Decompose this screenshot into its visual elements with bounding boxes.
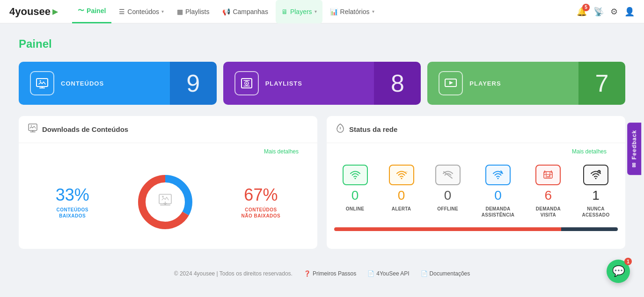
chat-button[interactable]: 💬 1 xyxy=(607,260,630,283)
downloads-panel: Downloads de Conteúdos Mais detalhes 33%… xyxy=(19,116,317,249)
nav-label-conteudos: Conteúdos xyxy=(127,8,159,15)
svg-rect-0 xyxy=(37,79,48,87)
demanda-assist-label: DEMANDAASSISTÊNCIA xyxy=(482,206,515,218)
downloads-mais-detalhes[interactable]: Mais detalhes xyxy=(255,145,308,155)
conteudos-card-value: 9 xyxy=(170,62,217,105)
stat-card-playlists[interactable]: PLAYLISTS 8 xyxy=(223,62,421,105)
nav-item-relatorios[interactable]: 📊 Relatórios ▾ xyxy=(324,0,380,23)
not-downloaded-stat: 67% CONTEÚDOSNÃO BAIXADOS xyxy=(242,185,281,219)
playlists-card-label: PLAYLISTS xyxy=(265,80,302,87)
demanda-assist-icon-box xyxy=(485,165,511,185)
nunca-label: NUNCAACESSADO xyxy=(582,206,609,218)
nav-item-painel[interactable]: 〜 Painel xyxy=(72,0,111,23)
downloads-body: 33% CONTEÚDOSBAIXADOS xyxy=(19,155,317,249)
stat-card-players[interactable]: PLAYERS 7 xyxy=(427,62,625,105)
footer-primeiros-passos-label: Primeiros Passos xyxy=(313,270,356,277)
svg-point-15 xyxy=(401,178,402,179)
nav-icon-painel: 〜 xyxy=(78,7,84,15)
offline-count: 0 xyxy=(444,188,452,203)
footer-link-api[interactable]: 📄 4YouSee API xyxy=(367,270,409,277)
nav-icon-relatorios: 📊 xyxy=(330,8,338,15)
chat-icon: 💬 xyxy=(612,265,625,277)
svg-point-13 xyxy=(162,196,164,198)
nav-icon-players: 🖥 xyxy=(281,8,288,15)
settings-icon[interactable]: ⚙ xyxy=(610,7,618,17)
online-icon-box xyxy=(343,165,368,185)
conteudos-card-label: CONTEÚDOS xyxy=(61,80,104,87)
footer-api-label: 4YouSee API xyxy=(376,270,409,277)
nav-item-players[interactable]: 🖥 Players ▾ xyxy=(276,0,322,23)
status-item-online: 0 ONLINE xyxy=(343,165,368,218)
downloads-mais-detalhes-container: Mais detalhes xyxy=(19,143,317,155)
notification-button[interactable]: 🔔 5 xyxy=(577,7,587,17)
header-right: 🔔 5 📡 ⚙ 👤 xyxy=(577,7,635,17)
svg-point-25 xyxy=(595,178,596,179)
alerta-label: ALERTA xyxy=(392,206,411,212)
nav-label-campanhas: Campanhas xyxy=(233,8,268,15)
api-icon: 📄 xyxy=(367,270,374,277)
footer-documentacoes-label: Documentações xyxy=(430,270,470,277)
chevron-down-icon-conteudos: ▾ xyxy=(161,9,164,14)
logo-text: 4yousee xyxy=(9,6,51,18)
downloads-panel-title: Downloads de Conteúdos xyxy=(42,125,128,133)
nunca-icon-box: ? xyxy=(583,165,608,185)
demanda-assist-count: 0 xyxy=(494,188,502,203)
status-panel: Status da rede Mais detalhes xyxy=(327,116,625,249)
user-icon[interactable]: 👤 xyxy=(624,7,635,17)
players-card-value: 7 xyxy=(578,62,625,105)
footer-link-primeiros-passos[interactable]: ❓ Primeiros Passos xyxy=(304,270,356,277)
offline-icon-box xyxy=(435,165,461,185)
not-downloaded-label: CONTEÚDOSNÃO BAIXADOS xyxy=(242,207,281,219)
downloads-panel-icon xyxy=(28,123,37,135)
svg-point-1 xyxy=(40,80,41,82)
playlists-card-icon xyxy=(234,71,259,95)
playlists-card-value: 8 xyxy=(374,62,421,105)
status-panel-header: Status da rede xyxy=(327,116,625,143)
status-item-alerta: ··· 0 ALERTA xyxy=(389,165,414,218)
svg-rect-7 xyxy=(29,124,37,130)
feedback-envelope-icon: ✉ xyxy=(631,162,637,167)
alerta-icon-box: ··· xyxy=(389,165,414,185)
demanda-visita-icon-box xyxy=(535,165,561,185)
nav-label-players: Players xyxy=(290,8,312,15)
rss-icon[interactable]: 📡 xyxy=(593,7,604,17)
nav-icon-campanhas: 📢 xyxy=(222,8,230,15)
status-item-demanda-visita: 6 DEMANDAVISITA xyxy=(535,165,561,218)
nav-label-relatorios: Relatórios xyxy=(340,8,370,15)
status-panel-icon xyxy=(336,123,344,135)
nav-item-conteudos[interactable]: ☰ Conteúdos ▾ xyxy=(113,0,169,23)
online-count: 0 xyxy=(351,188,359,203)
status-bar-container xyxy=(327,223,625,239)
page-title: Painel xyxy=(19,37,625,51)
online-label: ONLINE xyxy=(346,206,365,212)
status-grid: 0 ONLINE ··· 0 ALERTA xyxy=(327,155,625,223)
status-item-nunca: ? 1 NUNCAACESSADO xyxy=(582,165,609,218)
logo[interactable]: 4yousee ▶ xyxy=(9,6,58,18)
feedback-button[interactable]: ✉ Feedback xyxy=(627,122,641,174)
donut-center-icon xyxy=(158,194,172,211)
header: 4yousee ▶ 〜 Painel ☰ Conteúdos ▾ ▦ Playl… xyxy=(0,0,644,23)
stat-card-conteudos[interactable]: CONTEÚDOS 9 xyxy=(19,62,217,105)
svg-text:?: ? xyxy=(598,171,600,174)
status-item-offline: 0 OFFLINE xyxy=(435,165,461,218)
alerta-count: 0 xyxy=(398,188,405,203)
svg-point-8 xyxy=(31,125,32,126)
main-nav: 〜 Painel ☰ Conteúdos ▾ ▦ Playlists 📢 Cam… xyxy=(72,0,577,23)
status-panel-title: Status da rede xyxy=(349,125,397,133)
downloaded-pct: 33% xyxy=(56,185,89,205)
svg-point-18 xyxy=(497,178,498,179)
nav-icon-conteudos: ☰ xyxy=(119,8,125,15)
nav-item-playlists[interactable]: ▦ Playlists xyxy=(171,0,215,23)
status-mais-detalhes[interactable]: Mais detalhes xyxy=(563,145,616,155)
status-bar xyxy=(334,227,618,231)
svg-point-4 xyxy=(246,83,247,84)
doc-icon: 📄 xyxy=(421,270,428,277)
footer-copyright: © 2024 4yousee | Todos os direitos reser… xyxy=(174,270,293,277)
not-downloaded-pct: 67% xyxy=(242,185,281,205)
nav-item-campanhas[interactable]: 📢 Campanhas xyxy=(217,0,274,23)
downloaded-stat: 33% CONTEÚDOSBAIXADOS xyxy=(56,185,89,219)
chat-badge: 1 xyxy=(624,258,632,265)
lower-panels: Downloads de Conteúdos Mais detalhes 33%… xyxy=(19,116,625,249)
demanda-visita-label: DEMANDAVISITA xyxy=(536,206,561,218)
footer-link-documentacoes[interactable]: 📄 Documentações xyxy=(421,270,470,277)
